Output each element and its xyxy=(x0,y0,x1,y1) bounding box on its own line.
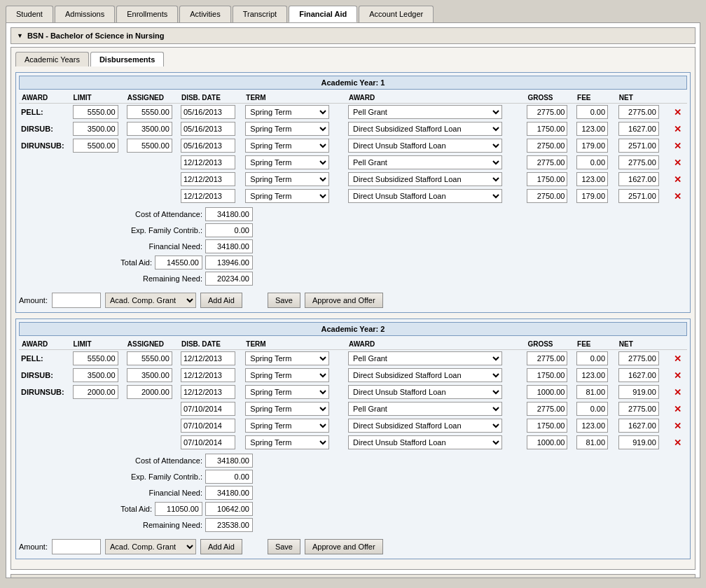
term-select[interactable]: Spring Term Fall Term Summer Term xyxy=(245,419,329,433)
net-input[interactable] xyxy=(618,351,659,365)
fee-input[interactable] xyxy=(576,368,608,382)
date-input[interactable] xyxy=(181,139,235,153)
date-input[interactable] xyxy=(181,385,235,399)
delete-button[interactable]: ✕ xyxy=(672,404,684,414)
gross-input[interactable] xyxy=(527,139,567,153)
net-input[interactable] xyxy=(618,402,659,416)
date-input[interactable] xyxy=(181,351,235,365)
term-select[interactable]: Spring Term Fall Term Summer Term xyxy=(245,385,329,399)
fee-input[interactable] xyxy=(576,419,608,433)
ay1-save-button[interactable]: Save xyxy=(268,293,300,308)
bsn-section-header[interactable]: ▼ BSN - Bachelor of Science in Nursing xyxy=(11,27,695,44)
ay2-approve-button[interactable]: Approve and Offer xyxy=(305,539,383,554)
tab-transcript[interactable]: Transcript xyxy=(233,6,288,22)
net-input[interactable] xyxy=(618,139,659,153)
award-select[interactable]: Direct Subsidized Stafford Loan Pell Gra… xyxy=(348,172,502,186)
term-select[interactable]: Spring Term Fall Term Summer Term xyxy=(245,189,329,203)
ay2-grant-select[interactable]: Acad. Comp. Grant Pell Grant Direct Subs… xyxy=(105,539,196,554)
gross-input[interactable] xyxy=(527,189,567,203)
fee-input[interactable] xyxy=(576,122,608,136)
ay1-approve-button[interactable]: Approve and Offer xyxy=(305,293,383,308)
term-select[interactable]: Spring Term Fall Term Summer Term xyxy=(245,402,329,416)
delete-button[interactable]: ✕ xyxy=(672,354,684,364)
date-input[interactable] xyxy=(181,155,235,169)
net-input[interactable] xyxy=(618,172,659,186)
limit-input[interactable] xyxy=(73,105,118,119)
gross-input[interactable] xyxy=(527,385,567,399)
date-input[interactable] xyxy=(181,419,235,433)
limit-input[interactable] xyxy=(73,122,118,136)
tab-activities[interactable]: Activities xyxy=(179,6,230,22)
gross-input[interactable] xyxy=(527,402,567,416)
term-select[interactable]: Spring Term Fall Term Summer Term xyxy=(245,105,329,119)
ay2-cost-value[interactable] xyxy=(205,454,253,468)
delete-button[interactable]: ✕ xyxy=(672,191,684,202)
net-input[interactable] xyxy=(618,368,659,382)
gross-input[interactable] xyxy=(527,419,567,433)
award-select[interactable]: Pell Grant Pell Grant Direct Subsidized … xyxy=(348,402,502,416)
subtab-disbursements[interactable]: Disbursements xyxy=(90,52,164,66)
ay1-amount-input[interactable] xyxy=(52,293,101,308)
assigned-input[interactable] xyxy=(127,368,172,382)
term-select[interactable]: Spring Term Fall Term Summer Term xyxy=(245,351,329,365)
ay1-total-value2[interactable] xyxy=(205,255,253,270)
ay2-add-aid-button[interactable]: Add Aid xyxy=(200,539,242,554)
delete-button[interactable]: ✕ xyxy=(672,387,684,398)
award-select[interactable]: Pell Grant Pell Grant Direct Subsidized … xyxy=(348,351,502,365)
ay2-efc-value[interactable] xyxy=(205,470,253,484)
fee-input[interactable] xyxy=(576,435,608,449)
assigned-input[interactable] xyxy=(127,351,172,365)
assigned-input[interactable] xyxy=(127,139,172,153)
delete-button[interactable]: ✕ xyxy=(672,158,684,168)
term-select[interactable]: Spring Term Fall Term Summer Term xyxy=(245,122,329,136)
award-select[interactable]: Direct Subsidized Stafford Loan Pell Gra… xyxy=(348,122,502,136)
fee-input[interactable] xyxy=(576,402,608,416)
date-input[interactable] xyxy=(181,189,235,203)
delete-button[interactable]: ✕ xyxy=(672,107,684,118)
assigned-input[interactable] xyxy=(127,385,172,399)
delete-button[interactable]: ✕ xyxy=(672,421,684,431)
gross-input[interactable] xyxy=(527,368,567,382)
ay2-total-value1[interactable] xyxy=(155,502,202,516)
tab-account-ledger[interactable]: Account Ledger xyxy=(359,6,434,22)
award-select[interactable]: Direct Unsub Stafford Loan Pell Grant Di… xyxy=(348,139,502,153)
date-input[interactable] xyxy=(181,435,235,449)
date-input[interactable] xyxy=(181,172,235,186)
fee-input[interactable] xyxy=(576,139,608,153)
net-input[interactable] xyxy=(618,435,659,449)
award-select[interactable]: Pell Grant Pell Grant Direct Subsidized … xyxy=(348,105,502,119)
ay1-grant-select[interactable]: Acad. Comp. Grant Pell Grant Direct Subs… xyxy=(105,293,196,308)
award-select[interactable]: Direct Unsub Stafford Loan Pell Grant Di… xyxy=(348,385,502,399)
delete-button[interactable]: ✕ xyxy=(672,174,684,185)
ay1-remaining-value[interactable] xyxy=(205,272,253,286)
fee-input[interactable] xyxy=(576,172,608,186)
ay2-amount-input[interactable] xyxy=(52,539,101,554)
limit-input[interactable] xyxy=(73,368,118,382)
gross-input[interactable] xyxy=(527,435,567,449)
net-input[interactable] xyxy=(618,105,659,119)
net-input[interactable] xyxy=(618,419,659,433)
gross-input[interactable] xyxy=(527,172,567,186)
delete-button[interactable]: ✕ xyxy=(672,438,684,448)
net-input[interactable] xyxy=(618,385,659,399)
assigned-input[interactable] xyxy=(127,105,172,119)
term-select[interactable]: Spring Term Fall Term Summer Term xyxy=(245,435,329,449)
net-input[interactable] xyxy=(618,122,659,136)
gross-input[interactable] xyxy=(527,122,567,136)
award-select[interactable]: Direct Subsidized Stafford Loan Pell Gra… xyxy=(348,368,502,382)
ay2-save-button[interactable]: Save xyxy=(268,539,300,554)
net-input[interactable] xyxy=(618,155,659,169)
net-input[interactable] xyxy=(618,189,659,203)
assigned-input[interactable] xyxy=(127,122,172,136)
date-input[interactable] xyxy=(181,368,235,382)
gross-input[interactable] xyxy=(527,351,567,365)
award-select[interactable]: Pell Grant Pell Grant Direct Subsidized … xyxy=(348,155,502,169)
ay1-efc-value[interactable] xyxy=(205,223,253,237)
fee-input[interactable] xyxy=(576,351,608,365)
term-select[interactable]: Spring Term Fall Term Summer Term xyxy=(245,155,329,169)
fee-input[interactable] xyxy=(576,189,608,203)
date-input[interactable] xyxy=(181,402,235,416)
tab-financial-aid[interactable]: Financial Aid xyxy=(289,6,357,22)
tab-enrollments[interactable]: Enrollments xyxy=(116,6,178,22)
ay1-cost-value[interactable] xyxy=(205,207,253,221)
